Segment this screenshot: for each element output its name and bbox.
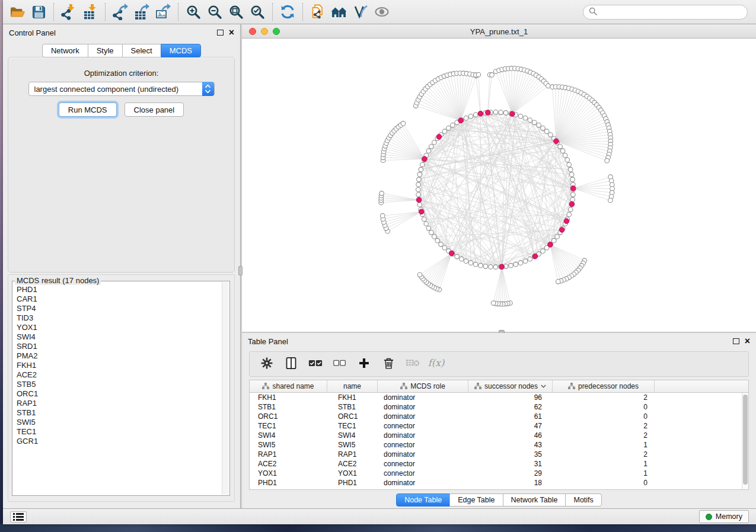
- close-table-panel-button[interactable]: ×: [745, 336, 750, 346]
- table-row[interactable]: TEC1TEC1connector472: [250, 421, 748, 431]
- mcds-scrollbar[interactable]: [222, 282, 229, 495]
- import-network-icon: [60, 4, 77, 20]
- mcds-result-item[interactable]: GCR1: [17, 437, 229, 446]
- select-all-icon: [308, 359, 323, 369]
- float-table-panel-button[interactable]: [733, 338, 739, 344]
- mcds-options-box: Optimization criterion: largest connecte…: [8, 57, 235, 273]
- show-hide-button[interactable]: [371, 1, 393, 23]
- tab-style[interactable]: Style: [88, 44, 123, 57]
- table-row[interactable]: YOX1YOX1connector291: [250, 469, 748, 478]
- mcds-result-item[interactable]: SWI4: [17, 332, 229, 342]
- network-canvas[interactable]: [242, 39, 756, 332]
- mcds-result-item[interactable]: PMA2: [17, 351, 229, 361]
- export-image-button[interactable]: [152, 1, 174, 23]
- mcds-result-item[interactable]: STP4: [17, 304, 229, 313]
- tab-mcds[interactable]: MCDS: [161, 44, 201, 57]
- run-mcds-button[interactable]: Run MCDS: [59, 102, 117, 117]
- column-header-name[interactable]: name: [327, 380, 378, 392]
- delete-column-button[interactable]: [381, 357, 396, 372]
- control-panel-title: Control Panel: [9, 28, 56, 37]
- mcds-result-item[interactable]: TEC1: [17, 427, 229, 437]
- export-network-button[interactable]: [110, 1, 131, 23]
- tab-node-table[interactable]: Node Table: [396, 493, 450, 507]
- toggle-details-button[interactable]: [350, 1, 371, 23]
- deselect-all-button[interactable]: [332, 357, 347, 372]
- search-box[interactable]: [583, 5, 748, 20]
- table-cell: 1: [553, 469, 655, 477]
- mcds-result-item[interactable]: RAP1: [17, 399, 229, 408]
- save-session-icon: [31, 4, 47, 20]
- share-document-button[interactable]: [307, 1, 328, 23]
- zoom-in-button[interactable]: [183, 1, 204, 23]
- mcds-result-item[interactable]: YOX1: [17, 323, 229, 332]
- column-header-filler: [655, 380, 748, 392]
- mcds-result-item[interactable]: ORC1: [17, 389, 229, 399]
- table-row[interactable]: PHD1PHD1dominator180: [250, 478, 748, 488]
- add-column-button[interactable]: [356, 357, 372, 372]
- table-cell: 96: [468, 393, 553, 402]
- mcds-result-item[interactable]: SWI5: [17, 418, 229, 427]
- tab-select[interactable]: Select: [122, 44, 161, 57]
- tab-edge-table[interactable]: Edge Table: [449, 493, 503, 507]
- close-panel-button[interactable]: ×: [229, 28, 234, 37]
- vertical-splitter-handle[interactable]: [238, 266, 243, 275]
- function-builder-icon: f(x): [427, 356, 447, 372]
- table-row[interactable]: ACE2ACE2connector311: [250, 459, 748, 469]
- table-cell: ORC1: [327, 412, 378, 421]
- optimization-criterion-dropdown[interactable]: largest connected component (undirected): [28, 82, 215, 96]
- memory-button[interactable]: Memory: [699, 510, 749, 523]
- table-cell: connector: [378, 460, 468, 468]
- search-input[interactable]: [601, 8, 742, 17]
- column-header-predecessor-nodes[interactable]: predecessor nodes: [553, 380, 655, 392]
- column-header-label: MCDS role: [410, 382, 445, 390]
- table-row[interactable]: SWI4SWI4dominator462: [250, 431, 748, 440]
- import-network-button[interactable]: [58, 1, 79, 23]
- table-row[interactable]: STB1STB1dominator620: [250, 402, 748, 412]
- column-header-shared-name[interactable]: shared name: [250, 380, 327, 392]
- table-row[interactable]: SWI5SWI5connector431: [250, 440, 748, 450]
- table-cell: SWI5: [250, 441, 327, 449]
- refresh-button[interactable]: [277, 1, 298, 23]
- table-cell: ORC1: [250, 412, 327, 421]
- search-icon: [589, 7, 597, 17]
- mcds-result-item[interactable]: PHD1: [17, 285, 229, 294]
- choose-columns-button[interactable]: [283, 357, 299, 372]
- toolbar-separator: [53, 3, 54, 21]
- mcds-hub-node: [532, 254, 538, 259]
- table-scrollbar[interactable]: [742, 393, 748, 489]
- tab-network-table[interactable]: Network Table: [503, 493, 566, 507]
- mcds-result-item[interactable]: CAR1: [17, 294, 229, 304]
- table-row[interactable]: ORC1ORC1dominator610: [250, 412, 748, 421]
- select-all-button[interactable]: [308, 357, 323, 372]
- mcds-result-item[interactable]: STB1: [17, 408, 229, 418]
- mcds-result-item[interactable]: ACE2: [17, 370, 229, 380]
- table-cell: 47: [468, 422, 553, 430]
- fit-content-button[interactable]: [225, 1, 247, 23]
- close-panel-action-button[interactable]: Close panel: [125, 102, 184, 117]
- import-table-button[interactable]: [79, 1, 101, 23]
- column-header-successor-nodes[interactable]: successor nodes: [468, 380, 553, 392]
- export-table-button[interactable]: [131, 1, 152, 23]
- tab-motifs[interactable]: Motifs: [565, 493, 601, 507]
- task-history-button[interactable]: [10, 511, 27, 523]
- mcds-result-item[interactable]: TID3: [17, 313, 229, 323]
- zoom-selected-icon: [250, 4, 266, 20]
- svg-text:f(x): f(x): [428, 357, 445, 368]
- zoom-selected-button[interactable]: [247, 1, 268, 23]
- save-session-button[interactable]: [28, 1, 49, 23]
- zoom-out-button[interactable]: [204, 1, 225, 23]
- tab-network[interactable]: Network: [42, 44, 88, 57]
- network-graph[interactable]: [242, 39, 756, 332]
- column-header-MCDS-role[interactable]: MCDS role: [378, 380, 468, 392]
- mcds-result-item[interactable]: SRD1: [17, 342, 229, 351]
- shared-column-icon: [262, 383, 269, 390]
- mcds-result-item[interactable]: FKH1: [17, 361, 229, 370]
- open-session-button[interactable]: [7, 1, 28, 23]
- home-button[interactable]: [328, 1, 350, 23]
- table-scrollbar-thumb[interactable]: [743, 395, 748, 485]
- mcds-result-item[interactable]: STB5: [17, 380, 229, 389]
- settings-button[interactable]: [259, 357, 275, 372]
- float-panel-button[interactable]: [217, 30, 224, 36]
- table-row[interactable]: FKH1FKH1dominator962: [250, 393, 748, 402]
- table-row[interactable]: RAP1RAP1dominator352: [250, 450, 748, 459]
